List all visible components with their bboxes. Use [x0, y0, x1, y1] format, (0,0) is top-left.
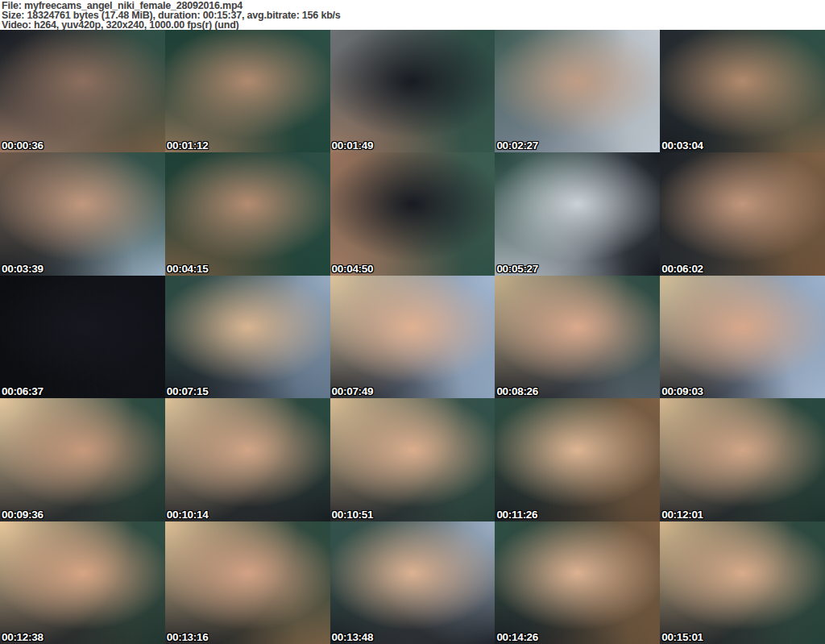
timestamp-overlay: 00:14:26 — [496, 631, 538, 643]
thumbnail-cell: 00:08:26 — [495, 276, 660, 398]
contact-sheet: File: myfreecams_angel_niki_female_28092… — [0, 0, 825, 644]
video-codec-line: Video: h264, yuv420p, 320x240, 1000.00 f… — [2, 20, 825, 30]
timestamp-overlay: 00:07:49 — [332, 385, 374, 397]
timestamp-overlay: 00:05:27 — [496, 263, 538, 275]
thumbnail-cell: 00:01:12 — [165, 30, 330, 152]
thumbnail-cell: 00:10:14 — [165, 398, 330, 521]
timestamp-overlay: 00:09:36 — [2, 509, 44, 521]
timestamp-overlay: 00:13:48 — [332, 631, 374, 643]
timestamp-overlay: 00:00:36 — [2, 139, 44, 152]
timestamp-overlay: 00:02:27 — [496, 139, 538, 152]
timestamp-overlay: 00:03:04 — [661, 139, 703, 152]
timestamp-overlay: 00:13:16 — [167, 631, 209, 643]
timestamp-overlay: 00:10:14 — [167, 509, 209, 521]
thumbnail-cell: 00:01:49 — [330, 30, 495, 152]
thumbnail-cell: 00:10:51 — [330, 398, 495, 521]
timestamp-overlay: 00:15:01 — [661, 631, 703, 643]
thumbnail-cell: 00:00:36 — [0, 30, 165, 152]
thumbnail-cell: 00:03:39 — [0, 152, 165, 275]
thumbnail-cell: 00:13:48 — [330, 521, 495, 644]
thumbnail-cell: 00:05:27 — [495, 152, 660, 275]
thumbnail-cell: 00:02:27 — [495, 30, 660, 152]
thumbnail-cell: 00:06:02 — [660, 152, 825, 275]
thumbnail-cell: 00:07:15 — [165, 276, 330, 398]
timestamp-overlay: 00:01:12 — [167, 139, 209, 152]
timestamp-overlay: 00:04:15 — [167, 263, 209, 275]
thumbnail-cell: 00:14:26 — [495, 521, 660, 644]
timestamp-overlay: 00:12:01 — [661, 509, 703, 521]
media-info-header: File: myfreecams_angel_niki_female_28092… — [0, 0, 825, 30]
thumbnail-cell: 00:09:36 — [0, 398, 165, 521]
thumbnail-cell: 00:07:49 — [330, 276, 495, 398]
thumbnail-cell: 00:11:26 — [495, 398, 660, 521]
timestamp-overlay: 00:04:50 — [332, 263, 374, 275]
timestamp-overlay: 00:08:26 — [496, 385, 538, 397]
timestamp-overlay: 00:10:51 — [332, 509, 374, 521]
timestamp-overlay: 00:09:03 — [661, 385, 703, 397]
timestamp-overlay: 00:11:26 — [496, 509, 537, 521]
thumbnail-cell: 00:04:50 — [330, 152, 495, 275]
thumbnail-cell: 00:15:01 — [660, 521, 825, 644]
timestamp-overlay: 00:07:15 — [167, 385, 209, 397]
timestamp-overlay: 00:06:37 — [2, 385, 44, 397]
timestamp-overlay: 00:03:39 — [2, 263, 44, 275]
thumbnail-cell: 00:13:16 — [165, 521, 330, 644]
thumbnail-cell: 00:12:01 — [660, 398, 825, 521]
thumbnail-cell: 00:06:37 — [0, 276, 165, 398]
timestamp-overlay: 00:01:49 — [332, 139, 374, 152]
thumbnail-cell: 00:04:15 — [165, 152, 330, 275]
timestamp-overlay: 00:12:38 — [2, 631, 44, 643]
thumbnail-cell: 00:03:04 — [660, 30, 825, 152]
timestamp-overlay: 00:06:02 — [661, 263, 703, 275]
thumbnail-grid: 00:00:3600:01:1200:01:4900:02:2700:03:04… — [0, 30, 825, 644]
thumbnail-cell: 00:12:38 — [0, 521, 165, 644]
thumbnail-cell: 00:09:03 — [660, 276, 825, 398]
